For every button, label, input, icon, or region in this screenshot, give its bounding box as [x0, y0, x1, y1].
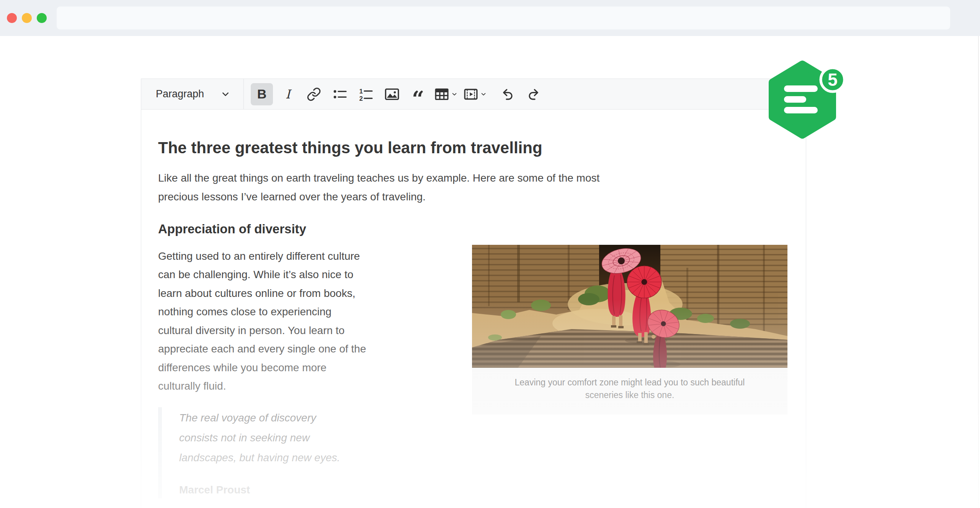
window-maximize-button[interactable] — [37, 13, 47, 23]
quote-author[interactable]: Marcel Proust — [179, 484, 422, 496]
italic-button[interactable]: I — [277, 83, 299, 105]
bulleted-list-button[interactable] — [329, 83, 351, 105]
media-embed-button[interactable] — [462, 83, 480, 105]
editor-content[interactable]: The three greatest things you learn from… — [141, 110, 806, 508]
chevron-down-icon — [451, 91, 457, 97]
window-minimize-button[interactable] — [22, 13, 32, 23]
section-heading[interactable]: Appreciation of diversity — [158, 221, 787, 237]
insert-table-button[interactable] — [433, 83, 451, 105]
address-bar-input[interactable] — [57, 7, 950, 29]
media-embed-chevron[interactable] — [480, 83, 487, 105]
text-column: Getting used to an entirely different cu… — [158, 245, 422, 498]
block-quote-icon: “ — [412, 88, 424, 110]
redo-button[interactable] — [523, 83, 546, 105]
link-button[interactable] — [303, 83, 325, 105]
block-quote-button[interactable]: “ — [407, 83, 429, 105]
link-icon — [307, 87, 321, 102]
chevron-down-icon — [480, 91, 487, 97]
svg-text:1: 1 — [359, 87, 363, 95]
bulleted-list-icon — [332, 87, 348, 102]
window-controls — [7, 13, 47, 23]
italic-icon: I — [286, 87, 291, 102]
undo-button[interactable] — [496, 83, 518, 105]
media-embed-split-button — [462, 83, 487, 105]
two-column-block: Getting used to an entirely different cu… — [158, 245, 787, 498]
numbered-list-icon: 1 2 — [358, 87, 374, 102]
rich-text-editor: Paragraph B I — [141, 79, 806, 508]
insert-table-split-button — [433, 83, 458, 105]
media-embed-icon — [463, 87, 479, 102]
browser-topbar — [0, 0, 980, 36]
table-icon — [434, 87, 449, 102]
insert-image-button[interactable] — [381, 83, 403, 105]
screen: Paragraph B I — [0, 0, 980, 508]
block-quote[interactable]: The real voyage of discovery consists no… — [158, 407, 422, 498]
chevron-down-icon — [221, 90, 230, 99]
toolbar-separator — [243, 79, 244, 109]
document-title[interactable]: The three greatest things you learn from… — [158, 138, 787, 157]
quote-text[interactable]: The real voyage of discovery consists no… — [179, 408, 422, 468]
editor-toolbar: Paragraph B I — [141, 79, 806, 110]
svg-text:2: 2 — [359, 95, 363, 102]
content-image-figure[interactable]: Leaving your comfort zone might lead you… — [472, 245, 787, 415]
content-image[interactable] — [472, 245, 787, 368]
insert-table-chevron[interactable] — [451, 83, 458, 105]
redo-icon — [527, 87, 542, 102]
image-caption[interactable]: Leaving your comfort zone might lead you… — [472, 368, 787, 415]
image-icon — [384, 87, 400, 102]
intro-paragraph[interactable]: Like all the great things on earth trave… — [158, 169, 787, 206]
undo-icon — [499, 87, 514, 102]
version-number: 5 — [828, 70, 838, 90]
viewport-right-border — [978, 36, 979, 508]
heading-dropdown-label: Paragraph — [156, 88, 204, 100]
ckeditor-logo-badge: 5 — [761, 56, 851, 144]
bold-icon: B — [257, 87, 267, 102]
bold-button[interactable]: B — [251, 83, 273, 105]
window-close-button[interactable] — [7, 13, 17, 23]
numbered-list-button[interactable]: 1 2 — [355, 83, 377, 105]
heading-dropdown[interactable]: Paragraph — [149, 83, 236, 105]
body-paragraph[interactable]: Getting used to an entirely different cu… — [158, 247, 422, 396]
